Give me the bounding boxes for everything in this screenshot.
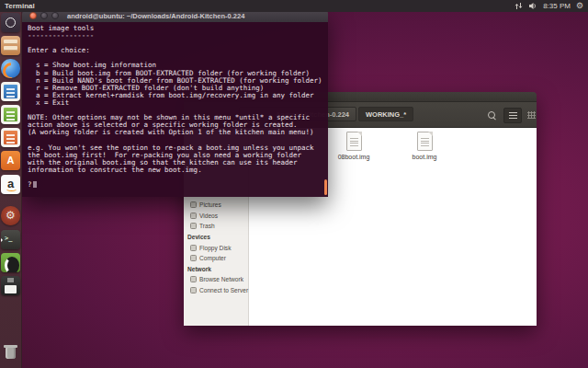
prompt-text: ? [28,180,32,189]
sidebar-item[interactable]: Trash [184,221,248,232]
launcher-dock [0,12,22,368]
grid-view-icon[interactable] [523,108,539,121]
floppy-disk-icon[interactable] [1,276,20,295]
sidebar-item[interactable]: Browse Network [184,274,248,285]
trash-icon [190,223,197,229]
terminal-line: x = Exit [28,99,328,107]
terminal-cursor [33,181,37,188]
clock[interactable]: 8:35 PM [543,2,571,10]
android-kitchen-icon[interactable] [1,253,20,272]
document-icon [417,132,433,151]
browse-network-icon [190,276,197,282]
document-icon [346,132,362,151]
app-menu-title[interactable]: Terminal [5,2,35,10]
libreoffice-calc-icon[interactable] [1,105,20,124]
terminal-viewport[interactable]: Boot image tools----------------Enter a … [22,22,328,197]
terminal-line: (A working folder is created with Option… [28,129,328,136]
terminal-launcher-icon[interactable] [1,230,20,249]
computer-icon [190,255,197,261]
sidebar-item-label: Devices [187,234,210,240]
videos-icon [190,213,197,219]
file-item[interactable]: 08boot.img [324,132,383,160]
sidebar-item[interactable]: Devices [184,232,248,243]
terminal-line: information to construct the new boot.im… [28,167,328,174]
maximize-button[interactable] [51,12,59,19]
grid-dots [527,111,536,119]
terminal-line: a = Extract kernel+ramdisk from boot.img… [28,92,328,99]
sidebar-item-label: Pictures [199,201,221,208]
software-center-icon[interactable] [1,151,20,170]
connect-server-icon [190,287,197,293]
terminal-line [28,174,328,181]
firefox-icon[interactable] [1,59,20,78]
files-icon[interactable] [1,36,20,55]
libreoffice-writer-icon[interactable] [1,82,20,101]
sidebar-item[interactable]: Videos [184,211,248,222]
session-gear-icon[interactable]: ⚙ [576,2,583,10]
sidebar-item-label: Browse Network [199,276,243,282]
sidebar-item-label: Trash [199,223,215,229]
file-name-label: boot.img [395,154,454,160]
amazon-icon[interactable] [1,175,20,194]
trash-launcher-icon[interactable] [1,341,20,361]
terminal-scrollbar-thumb[interactable] [324,179,327,195]
libreoffice-impress-icon[interactable] [1,128,20,147]
breadcrumb-button[interactable]: WORKING_* [358,107,413,121]
sidebar-item-label: Network [187,266,211,272]
terminal-title: android@ubuntu: ~/Downloads/Android-Kitc… [67,12,244,20]
sidebar-item-label: Videos [199,213,218,219]
terminal-line: Enter a choice: [28,47,328,54]
minimize-button[interactable] [40,12,48,19]
top-panel: Terminal 8:35 PM ⚙ [0,0,588,12]
list-bars [509,112,517,119]
sidebar-item-label: Computer [199,255,226,261]
pictures-icon [190,201,197,208]
sidebar-item[interactable]: Network [184,264,248,275]
terminal-window: android@ubuntu: ~/Downloads/Android-Kitc… [22,9,328,197]
sidebar-item-label: Connect to Server [199,287,248,293]
close-button[interactable] [29,12,37,19]
file-item[interactable]: boot.img [395,132,454,160]
terminal-output: Boot image tools----------------Enter a … [28,25,328,181]
sidebar-item[interactable]: Pictures [184,200,248,211]
sidebar-item[interactable]: Floppy Disk [184,242,248,253]
search-lens [488,111,495,119]
sidebar-item[interactable]: Connect to Server [184,285,248,296]
network-arrows-icon[interactable] [514,2,523,10]
search-icon[interactable] [483,108,500,121]
list-view-icon[interactable] [503,108,522,123]
system-settings-icon[interactable] [1,206,20,225]
terminal-line: ---------------- [28,32,328,40]
dash-home-icon[interactable] [1,13,20,32]
floppy-icon [190,245,197,251]
volume-icon[interactable] [528,2,537,10]
sidebar-item[interactable]: Computer [184,253,248,264]
sidebar-item-label: Floppy Disk [199,245,231,251]
file-name-label: 08boot.img [324,154,383,160]
terminal-prompt[interactable]: ? [28,181,328,189]
